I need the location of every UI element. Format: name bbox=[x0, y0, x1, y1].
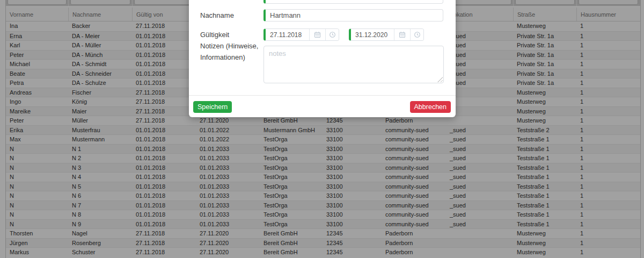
valid-from-calendar-button[interactable] bbox=[309, 29, 325, 40]
clock-icon bbox=[414, 31, 421, 38]
valid-from-date-group bbox=[264, 28, 339, 41]
calendar-icon bbox=[399, 31, 406, 38]
modal-footer: Speichern Abbrechen bbox=[189, 95, 456, 117]
calendar-icon bbox=[314, 31, 321, 38]
page: Vorname Nachname Gültig von Lokation Str… bbox=[0, 0, 644, 258]
notizen-label: Notizen (Hinweise, Informationen) bbox=[200, 40, 261, 63]
save-button[interactable]: Speichern bbox=[193, 101, 232, 113]
cancel-button[interactable]: Abbrechen bbox=[410, 101, 451, 113]
gueltigkeit-label: Gültigkeit bbox=[200, 28, 261, 41]
valid-to-calendar-button[interactable] bbox=[394, 29, 410, 40]
valid-to-time-button[interactable] bbox=[410, 29, 423, 40]
notizen-textarea[interactable] bbox=[264, 46, 444, 83]
notizen-field bbox=[264, 46, 444, 83]
nachname-input[interactable] bbox=[264, 9, 443, 22]
valid-from-time-button[interactable] bbox=[325, 29, 339, 40]
clock-icon bbox=[329, 31, 336, 38]
valid-to-input[interactable] bbox=[351, 29, 394, 40]
edit-person-modal: Nachname Gültigkeit bbox=[189, 0, 456, 117]
modal-top-field-input[interactable] bbox=[264, 0, 443, 4]
nachname-label: Nachname bbox=[200, 9, 261, 22]
valid-from-input[interactable] bbox=[266, 29, 309, 40]
valid-to-date-group bbox=[349, 28, 424, 41]
